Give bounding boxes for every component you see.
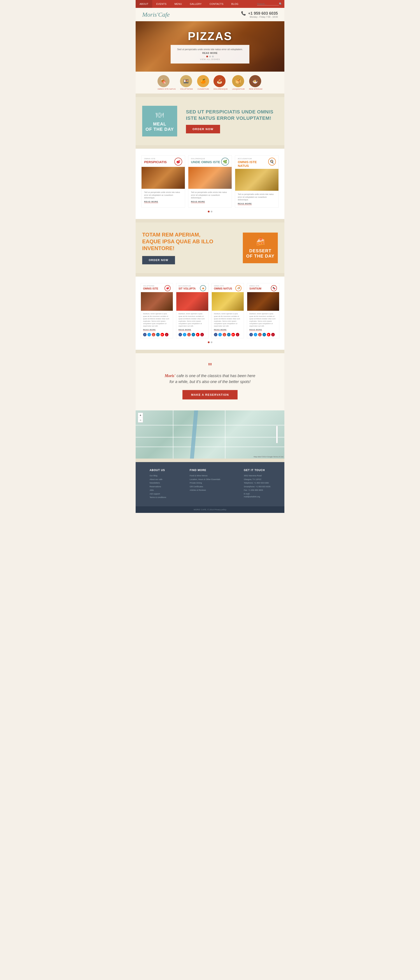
- youtube-icon-1[interactable]: ▶: [196, 333, 200, 336]
- food-card2-1-meta: ACCUSANTIUM SIT VOLUPTA: [179, 285, 196, 290]
- footer-about: ABOUT US Our Blog About our cafe Newslet…: [150, 469, 166, 500]
- food-card-0-readmore[interactable]: READ MORE: [144, 200, 158, 203]
- map-zoom-out[interactable]: −: [138, 418, 143, 422]
- map-zoom-in[interactable]: +: [138, 413, 143, 418]
- thumb-item-5[interactable]: 🍜 REM APERIAM: [249, 75, 263, 90]
- footer-link-location[interactable]: Location, Hours & Other Essentials: [190, 478, 220, 481]
- cards-nav-dot-2[interactable]: [211, 211, 212, 212]
- cards-nav-dot-1[interactable]: [208, 211, 209, 212]
- food-card2-3-readmore[interactable]: READ MORE: [249, 329, 262, 331]
- thumb-item-3[interactable]: 🍝 DOLORENIQUE: [214, 75, 228, 90]
- site-footer: ABOUT US Our Blog About our cafe Newslet…: [136, 462, 284, 506]
- site-logo[interactable]: Moris'Cafe: [142, 11, 170, 18]
- youtube-icon[interactable]: ▶: [160, 333, 164, 336]
- food-card2-1-readmore[interactable]: READ MORE: [179, 329, 191, 331]
- thumb-label-2: CUSANTIUM: [197, 88, 209, 90]
- google-icon[interactable]: g: [152, 333, 155, 336]
- nav-events[interactable]: EVENTS: [152, 0, 170, 8]
- dessert-order-button[interactable]: ORDER NOW: [142, 256, 175, 264]
- footer-link-articles[interactable]: Articles & Reviews: [190, 489, 220, 492]
- thumb-img-5: 🍜: [249, 75, 261, 87]
- hero-read-more[interactable]: READ MORE: [177, 52, 243, 54]
- logo-part2: Cafe: [158, 11, 170, 18]
- footer-telephone: Telephone: +1 800 559 6380: [244, 482, 270, 485]
- hero-dot-2[interactable]: [209, 56, 211, 57]
- thumb-item-2[interactable]: 🍊 CUSANTIUM: [197, 75, 209, 90]
- pinterest-icon[interactable]: p: [165, 333, 168, 336]
- nav-menu[interactable]: MENU: [170, 0, 186, 8]
- google-icon-3[interactable]: g: [258, 333, 262, 336]
- food-card2-3-image: [247, 292, 279, 311]
- facebook-icon-1[interactable]: f: [179, 333, 182, 336]
- thumb-img-3: 🍝: [214, 75, 225, 87]
- food-card-1-readmore[interactable]: READ MORE: [191, 200, 205, 203]
- cards-nav2-dot-2[interactable]: [211, 341, 212, 343]
- facebook-icon[interactable]: f: [143, 333, 147, 336]
- hero-dot-3[interactable]: [212, 56, 214, 57]
- youtube-icon-3[interactable]: ▶: [267, 333, 270, 336]
- cards-nav2-dot-1[interactable]: [208, 341, 209, 343]
- food-card-0-meta: OMNIS ISTE PERSPICIATIS: [144, 158, 167, 164]
- twitter-icon-1[interactable]: t: [183, 333, 186, 336]
- linkedin-icon[interactable]: in: [156, 333, 160, 336]
- map-section[interactable]: + − Map data ©2014 Google Terms of Use: [136, 410, 284, 458]
- hero-dot-1[interactable]: [206, 56, 208, 57]
- pinterest-icon-2[interactable]: p: [236, 333, 239, 336]
- footer-link-reservations[interactable]: Reservations: [150, 485, 166, 488]
- facebook-icon-3[interactable]: f: [249, 333, 253, 336]
- footer-email-link[interactable]: mail@artistlink.org: [244, 495, 270, 498]
- youtube-icon-2[interactable]: ▶: [231, 333, 235, 336]
- food-card2-0-desc: Dantium, lorem aperiam a ipsa quae ab il…: [143, 312, 171, 327]
- meal-order-button[interactable]: ORDER NOW: [186, 125, 220, 134]
- linkedin-icon-2[interactable]: in: [227, 333, 231, 336]
- footer-link-private[interactable]: Private Dining: [190, 482, 220, 485]
- footer-link-blog[interactable]: Our Blog: [150, 474, 166, 477]
- footer-link-jobs[interactable]: Jobs: [150, 489, 166, 492]
- thumb-item-1[interactable]: 🍱 VOLUPTATEM: [180, 75, 193, 90]
- footer-link-menus[interactable]: Food & Wine Menus: [190, 474, 220, 477]
- footer-columns: ABOUT US Our Blog About our cafe Newslet…: [140, 469, 280, 500]
- phone-icon: 📞: [241, 11, 246, 16]
- twitter-icon-2[interactable]: t: [218, 333, 222, 336]
- social-icons-1: f t g in ▶ p: [179, 333, 206, 336]
- meal-of-day-section: 🍽 MEALOF THE DAY SED UT PERSPICIATIS UND…: [136, 97, 284, 145]
- pinterest-icon-1[interactable]: p: [200, 333, 204, 336]
- footer-link-support[interactable]: Ask support: [150, 493, 166, 496]
- nav-gallery[interactable]: GALLERY: [186, 0, 206, 8]
- nav-contacts[interactable]: CONTACTS: [206, 0, 228, 8]
- hero-title: PIZZAS: [171, 30, 249, 43]
- food-card-1-body: Ted us perspiciatis unde omnis iste natu…: [189, 189, 231, 205]
- map-road-h3: [136, 447, 284, 447]
- thumb-item-4[interactable]: 🥞 LAUQANTIUM: [232, 75, 244, 90]
- food-card2-0-readmore[interactable]: READ MORE: [143, 329, 156, 331]
- map-scale[interactable]: [276, 426, 278, 443]
- pinterest-icon-3[interactable]: p: [271, 333, 275, 336]
- search-input[interactable]: [257, 3, 279, 5]
- google-icon-1[interactable]: g: [187, 333, 191, 336]
- hero-content: PIZZAS Sed ut perspiciatis unde omnis is…: [171, 30, 249, 64]
- search-icon[interactable]: 🔍: [279, 2, 282, 5]
- footer-smartphone: Smartphone: +1 959 603 6035: [244, 485, 270, 488]
- facebook-icon-2[interactable]: f: [214, 333, 217, 336]
- food-card2-2-readmore[interactable]: READ MORE: [214, 329, 227, 331]
- social-icons-0: f t g in ▶ p: [143, 333, 171, 336]
- map-road-h1: [136, 425, 284, 425]
- google-icon-2[interactable]: g: [223, 333, 226, 336]
- thumb-item-0[interactable]: 🍖 OMNIS ISTE NATUS: [157, 75, 176, 90]
- thumbnail-row: 🍖 OMNIS ISTE NATUS 🍱 VOLUPTATEM 🍊 CUSANT…: [136, 72, 284, 94]
- footer-link-gift[interactable]: Gift Certificates: [190, 485, 220, 488]
- view-all-dishes[interactable]: VIEW ALL DISHES: [177, 58, 243, 60]
- footer-link-newsletters[interactable]: Newsletters: [150, 482, 166, 485]
- make-reservation-button[interactable]: MAKE A RESERVATION: [182, 390, 238, 399]
- linkedin-icon-3[interactable]: in: [263, 333, 266, 336]
- map-road-v1: [173, 410, 173, 458]
- food-card-2-readmore[interactable]: READ MORE: [238, 202, 252, 205]
- nav-about[interactable]: ABOUT: [136, 0, 152, 8]
- nav-blog[interactable]: BLOG: [228, 0, 242, 8]
- twitter-icon-3[interactable]: t: [254, 333, 257, 336]
- twitter-icon[interactable]: t: [147, 333, 151, 336]
- hero-description: Sed ut perspiciatis unde omnis iste natu…: [177, 48, 243, 51]
- linkedin-icon-1[interactable]: in: [192, 333, 195, 336]
- footer-link-about[interactable]: About our cafe: [150, 478, 166, 481]
- footer-link-terms[interactable]: Terms & conditions: [150, 496, 166, 499]
